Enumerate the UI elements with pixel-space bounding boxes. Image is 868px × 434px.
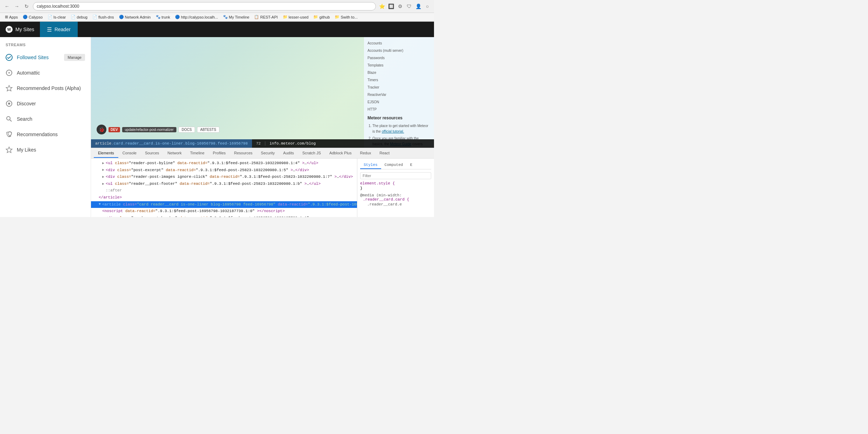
my-likes-label: My Likes xyxy=(17,147,85,153)
styles-filter-input[interactable] xyxy=(360,172,431,179)
bookmark-my-timeline[interactable]: 🐾 My Timeline xyxy=(221,14,252,20)
back-button[interactable]: ← xyxy=(3,2,11,10)
styles-tab-computed[interactable]: Computed xyxy=(381,161,407,169)
code-line-8[interactable]: <noscript data-reactid=".9.3.1:$feed-pos… xyxy=(91,208,357,215)
tab-security[interactable]: Security xyxy=(257,149,279,158)
top-nav: W My Sites ☰ Reader xyxy=(0,22,434,37)
adblock-icon[interactable]: 🛡 xyxy=(405,2,413,10)
sidebar-item-search[interactable]: Search xyxy=(0,111,91,127)
profile-icon[interactable]: ○ xyxy=(424,2,431,10)
sidebar-item-recommendations[interactable]: Recommendations xyxy=(0,127,91,142)
sidebar-item-automattic[interactable]: Automattic xyxy=(0,65,91,80)
code-content-8: <noscript data-reactid=".9.3.1:$feed-pos… xyxy=(102,208,285,215)
forward-button[interactable]: → xyxy=(13,2,21,10)
my-sites-label: My Sites xyxy=(15,27,34,32)
discover-label: Discover xyxy=(17,101,85,106)
ghost-icon[interactable]: 👤 xyxy=(414,2,422,10)
bookmark-network-admin[interactable]: 🔵 Network Admin xyxy=(117,14,153,20)
bookmark-flush-dns-label: flush-dns xyxy=(98,15,114,19)
tab-resources[interactable]: Resources xyxy=(230,149,257,158)
bookmarks-bar: ⊞ Apps 🔵 Calypso 📄 ls-clear 📄 debug 📄 fl… xyxy=(0,13,434,21)
bookmark-ls-clear[interactable]: 📄 ls-clear xyxy=(46,14,68,20)
dev-branch: update/refactor-post-normalizer xyxy=(122,127,177,132)
code-line-5[interactable]: ::after xyxy=(91,187,357,194)
tab-profiles[interactable]: Profiles xyxy=(209,149,230,158)
bookmark-calypso[interactable]: 🔵 Calypso xyxy=(21,14,45,20)
tab-console[interactable]: Console xyxy=(118,149,141,158)
star-icon[interactable]: ⭐ xyxy=(378,2,386,10)
svg-point-5 xyxy=(8,103,10,105)
docs-button[interactable]: DOCS xyxy=(178,127,195,133)
abtests-button[interactable]: ABTESTS xyxy=(197,127,219,133)
tab-timeline[interactable]: Timeline xyxy=(186,149,209,158)
code-line-6[interactable]: </article> xyxy=(91,194,357,201)
code-line-2[interactable]: ▶ <div class="post-excerpt" data-reactid… xyxy=(91,167,357,174)
sidebar-item-my-likes[interactable]: My Likes xyxy=(0,142,91,158)
code-line-9[interactable]: ▶ <div class="reader-post-header" data-r… xyxy=(91,215,357,217)
tab-redux[interactable]: Redux xyxy=(356,149,375,158)
recommendations-label: Recommendations xyxy=(17,132,85,137)
tab-scratch-js[interactable]: Scratch JS xyxy=(298,149,325,158)
bookmark-debug[interactable]: 📄 debug xyxy=(69,14,90,20)
bookmark-github[interactable]: 📁 github xyxy=(311,14,332,20)
app-container: W My Sites ☰ Reader Streams Followed Sit… xyxy=(0,22,434,217)
code-line-3[interactable]: ▶ <div class="reader-post-images ignore-… xyxy=(91,174,357,181)
triangle-7[interactable]: ▼ xyxy=(99,202,101,207)
devtools-panel: Elements Console Sources Network Timelin… xyxy=(91,148,434,217)
code-line-highlighted[interactable]: ▼ <article class="card reader__card is-o… xyxy=(91,201,357,208)
manage-button[interactable]: Manage xyxy=(64,54,85,61)
bookmark-trunk[interactable]: 🐾 trunk xyxy=(154,14,172,20)
tab-react[interactable]: React xyxy=(375,149,394,158)
tab-sources[interactable]: Sources xyxy=(141,149,163,158)
bookmark-calypso-label: Calypso xyxy=(29,15,43,19)
extensions-icon[interactable]: 🔲 xyxy=(387,2,395,10)
nav-buttons: ← → ↻ xyxy=(3,2,31,10)
search-label: Search xyxy=(17,116,85,122)
bookmark-swith-to[interactable]: 📁 Swith to... xyxy=(332,14,359,20)
main-content: Streams Followed Sites Manage Automattic xyxy=(0,37,434,217)
my-sites-button[interactable]: W My Sites xyxy=(0,22,40,37)
styles-tab-e[interactable]: E xyxy=(406,161,416,169)
tooltip-class-2: reader__card xyxy=(125,141,153,146)
settings-icon[interactable]: ⚙ xyxy=(396,2,404,10)
triangle-4[interactable]: ▶ xyxy=(102,181,104,187)
recommended-posts-icon xyxy=(6,85,13,92)
tab-adblock-plus[interactable]: Adblock Plus xyxy=(325,149,356,158)
tooltip-class-3: is-one-liner xyxy=(155,141,183,146)
style-rule-media: @media (min-width: .reader__card.card { … xyxy=(360,193,431,206)
style-rule-media-query: @media (min-width: xyxy=(360,193,431,197)
bookmark-calypso-local[interactable]: 🔵 http://calypso.localh... xyxy=(173,14,220,20)
triangle-1[interactable]: ▶ xyxy=(102,161,104,166)
bookmark-network-admin-label: Network Admin xyxy=(125,15,151,19)
tooltip-tag: article xyxy=(95,141,111,146)
bookmark-ls-clear-label: ls-clear xyxy=(54,15,66,19)
tab-audits[interactable]: Audits xyxy=(279,149,298,158)
tooltip-class-1: card xyxy=(114,141,123,146)
bookmark-flush-dns[interactable]: 📄 flush-dns xyxy=(90,14,116,20)
tab-network[interactable]: Network xyxy=(163,149,186,158)
tab-elements[interactable]: Elements xyxy=(94,149,118,158)
code-content-4: <ul class="reader__post-footer" data-rea… xyxy=(106,181,321,187)
refresh-button[interactable]: ↻ xyxy=(22,2,31,10)
bookmark-lesser-used[interactable]: 📁 lesser-used xyxy=(281,14,311,20)
triangle-3[interactable]: ▶ xyxy=(102,174,104,180)
reader-button[interactable]: ☰ Reader xyxy=(40,22,78,37)
dev-badge: DEV xyxy=(108,127,120,132)
code-line-1[interactable]: ▶ <ul class="reader-post-byline" data-re… xyxy=(91,160,357,167)
my-likes-icon xyxy=(6,146,13,153)
code-line-4[interactable]: ▶ <ul class="reader__post-footer" data-r… xyxy=(91,181,357,188)
url-bar[interactable]: calypso.localhost:3000 xyxy=(33,2,376,10)
apps-icon: ⊞ xyxy=(5,15,8,19)
styles-tab-styles[interactable]: Styles xyxy=(360,161,381,169)
devtools-elements-panel[interactable]: ▶ <ul class="reader-post-byline" data-re… xyxy=(91,159,357,217)
bookmark-apps[interactable]: ⊞ Apps xyxy=(3,14,20,20)
reader-icon: ☰ xyxy=(47,26,52,33)
followed-sites-label: Followed Sites xyxy=(17,55,49,60)
sidebar-item-recommended-posts[interactable]: Recommended Posts (Alpha) xyxy=(0,80,91,96)
sidebar-item-discover[interactable]: Discover xyxy=(0,96,91,111)
sidebar-item-followed-sites[interactable]: Followed Sites Manage xyxy=(0,50,91,65)
triangle-9[interactable]: ▶ xyxy=(102,216,104,217)
streams-section-label: Streams xyxy=(0,37,91,50)
bookmark-rest-api[interactable]: 📋 REST-API xyxy=(252,14,280,20)
triangle-2[interactable]: ▶ xyxy=(102,167,104,173)
